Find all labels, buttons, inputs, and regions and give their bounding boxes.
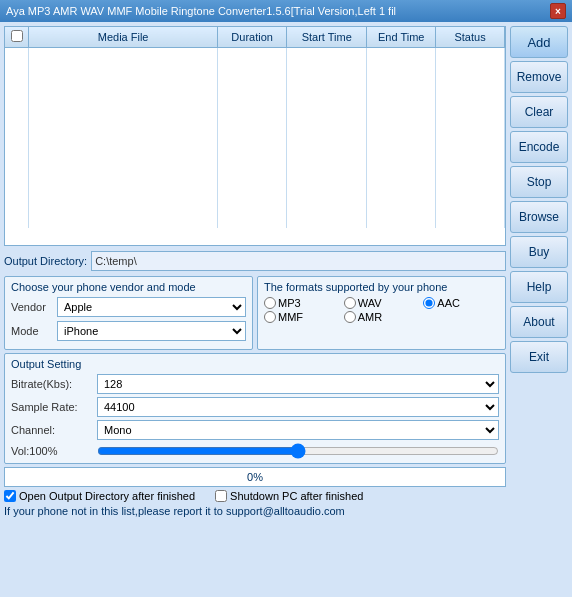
shutdown-checkbox-item: Shutdown PC after finished [215, 490, 363, 502]
help-button[interactable]: Help [510, 271, 568, 303]
remove-button[interactable]: Remove [510, 61, 568, 93]
col-media-header: Media File [29, 27, 218, 48]
bitrate-row: Bitrate(Kbs): 128 [11, 374, 499, 394]
browse-button[interactable]: Browse [510, 201, 568, 233]
channel-row: Channel: Mono [11, 420, 499, 440]
table-row [5, 156, 505, 174]
formats-section: The formats supported by your phone MP3 … [257, 276, 506, 350]
samplerate-row: Sample Rate: 44100 [11, 397, 499, 417]
open-output-checkbox[interactable] [4, 490, 16, 502]
format-radios: MP3 WAV AAC MMF [264, 297, 499, 323]
checkboxes-row: Open Output Directory after finished Shu… [4, 490, 506, 502]
col-end-header: End Time [367, 27, 436, 48]
format-mmf: MMF [264, 311, 340, 323]
col-duration-header: Duration [218, 27, 287, 48]
mode-label: Mode [11, 325, 53, 337]
radio-mp3[interactable] [264, 297, 276, 309]
format-amr: AMR [344, 311, 420, 323]
col-checkbox[interactable] [5, 27, 29, 48]
clear-button[interactable]: Clear [510, 96, 568, 128]
settings-title: Output Setting [11, 358, 499, 370]
file-table: Media File Duration Start Time End Time [5, 27, 505, 228]
format-mp3: MP3 [264, 297, 340, 309]
mode-select[interactable]: iPhone [57, 321, 246, 341]
vendor-label: Vendor [11, 301, 53, 313]
vol-slider[interactable] [97, 443, 499, 459]
file-tbody [5, 48, 505, 228]
col-start-header: Start Time [287, 27, 367, 48]
output-dir-input[interactable] [91, 251, 506, 271]
table-row [5, 102, 505, 120]
output-settings: Output Setting Bitrate(Kbs): 128 Sample … [4, 353, 506, 464]
table-row [5, 174, 505, 192]
table-row [5, 66, 505, 84]
vol-row: Vol:100% [11, 443, 499, 459]
stop-button[interactable]: Stop [510, 166, 568, 198]
samplerate-select[interactable]: 44100 [97, 397, 499, 417]
col-status-header: Status [436, 27, 505, 48]
vol-label: Vol:100% [11, 445, 93, 457]
open-output-label: Open Output Directory after finished [19, 490, 195, 502]
radio-aac[interactable] [423, 297, 435, 309]
shutdown-checkbox[interactable] [215, 490, 227, 502]
buy-button[interactable]: Buy [510, 236, 568, 268]
vendor-row: Vendor Apple [11, 297, 246, 317]
table-row [5, 210, 505, 228]
channel-label: Channel: [11, 424, 93, 436]
add-button[interactable]: Add [510, 26, 568, 58]
right-buttons: Add Remove Clear Encode Stop Browse Buy … [510, 26, 568, 593]
vendor-mode-section: Choose your phone vendor and mode Vendor… [4, 276, 253, 350]
vendor-section-title: Choose your phone vendor and mode [11, 281, 246, 293]
table-row [5, 138, 505, 156]
format-wav: WAV [344, 297, 420, 309]
encode-button[interactable]: Encode [510, 131, 568, 163]
progress-bar: 0% [4, 467, 506, 487]
format-aac: AAC [423, 297, 499, 309]
formats-title: The formats supported by your phone [264, 281, 499, 293]
file-list-container: Media File Duration Start Time End Time [4, 26, 506, 246]
exit-button[interactable]: Exit [510, 341, 568, 373]
channel-select[interactable]: Mono [97, 420, 499, 440]
bitrate-label: Bitrate(Kbs): [11, 378, 93, 390]
table-row [5, 48, 505, 66]
mode-row: Mode iPhone [11, 321, 246, 341]
shutdown-label: Shutdown PC after finished [230, 490, 363, 502]
output-dir-row: Output Directory: [4, 249, 506, 273]
bitrate-select[interactable]: 128 [97, 374, 499, 394]
select-all-checkbox[interactable] [11, 30, 23, 42]
title-bar: Aya MP3 AMR WAV MMF Mobile Ringtone Conv… [0, 0, 572, 22]
table-row [5, 120, 505, 138]
radio-mmf[interactable] [264, 311, 276, 323]
about-button[interactable]: About [510, 306, 568, 338]
app-title: Aya MP3 AMR WAV MMF Mobile Ringtone Conv… [6, 5, 396, 17]
output-dir-label: Output Directory: [4, 255, 87, 267]
open-output-checkbox-item: Open Output Directory after finished [4, 490, 195, 502]
vendor-select[interactable]: Apple [57, 297, 246, 317]
footer-text: If your phone not in this list,please re… [4, 505, 506, 517]
samplerate-label: Sample Rate: [11, 401, 93, 413]
table-row [5, 192, 505, 210]
close-button[interactable]: × [550, 3, 566, 19]
radio-amr[interactable] [344, 311, 356, 323]
radio-wav[interactable] [344, 297, 356, 309]
table-row [5, 84, 505, 102]
progress-text: 0% [247, 471, 263, 483]
